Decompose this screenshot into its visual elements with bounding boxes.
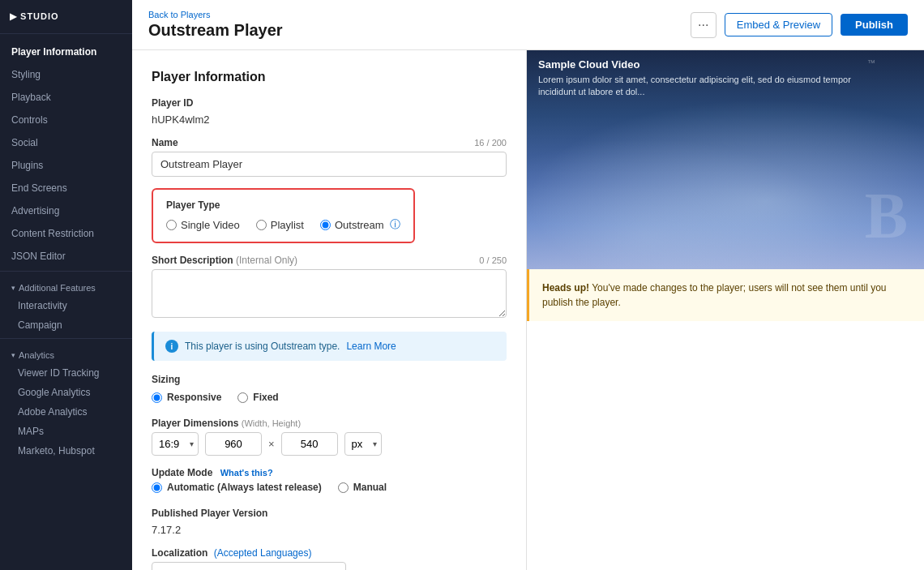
automatic-radio[interactable] [152, 482, 162, 493]
sidebar-item-viewer-id-tracking[interactable]: Viewer ID Tracking [0, 363, 132, 383]
sidebar-item-plugins[interactable]: Plugins [0, 154, 132, 177]
single-video-radio[interactable] [166, 220, 177, 230]
warning-banner: Heads up! You've made changes to the pla… [527, 269, 924, 321]
dimension-x-separator: × [268, 438, 275, 450]
automatic-label: Automatic (Always latest release) [167, 482, 322, 493]
sidebar-logo: ▶ STUDIO [10, 11, 122, 22]
chevron-down-icon-2: ▾ [11, 351, 15, 359]
sidebar-item-advertising[interactable]: Advertising [0, 199, 132, 222]
info-banner: i This player is using Outstream type. L… [152, 332, 507, 361]
update-manual[interactable]: Manual [338, 482, 387, 493]
name-char-count: 16 / 200 [474, 138, 507, 148]
short-description-label: Short Description (Internal Only) 0 / 25… [152, 255, 507, 266]
short-description-group: Short Description (Internal Only) 0 / 25… [152, 255, 507, 320]
localization-label: Localization (Accepted Languages) [152, 547, 507, 559]
manual-label: Manual [353, 482, 387, 493]
unit-select[interactable]: px [344, 432, 382, 456]
publish-button[interactable]: Publish [841, 14, 908, 36]
sidebar: ▶ STUDIO Player Information Styling Play… [0, 0, 132, 570]
sidebar-item-player-information[interactable]: Player Information [0, 41, 132, 63]
brand-letter: B [865, 179, 908, 253]
back-to-players-link[interactable]: Back to Players [148, 10, 283, 19]
more-options-button[interactable]: ··· [691, 12, 717, 38]
sizing-label: Sizing [152, 374, 507, 385]
update-mode-group: Update Mode What's this? Automatic (Alwa… [152, 467, 507, 496]
header: Back to Players Outstream Player ··· Emb… [132, 0, 924, 50]
player-id-value: hUPK4wlm2 [152, 114, 507, 126]
player-id-group: Player ID hUPK4wlm2 [152, 97, 507, 126]
sidebar-item-interactivity[interactable]: Interactivity [0, 296, 132, 315]
manual-radio[interactable] [338, 482, 349, 493]
player-type-outstream[interactable]: Outstream ⓘ [320, 217, 400, 232]
info-banner-text: This player is using Outstream type. [185, 341, 340, 352]
main: Back to Players Outstream Player ··· Emb… [132, 0, 924, 570]
name-label: Name 16 / 200 [152, 137, 507, 148]
sizing-radio-group: Responsive Fixed [152, 392, 507, 406]
body-area: Player Information Player ID hUPK4wlm2 N… [132, 50, 924, 570]
fixed-radio[interactable] [237, 392, 248, 403]
form-section-title: Player Information [152, 70, 507, 84]
what-is-this-link[interactable]: What's this? [220, 468, 273, 478]
tm-mark: ™ [867, 58, 875, 67]
divider-2 [0, 338, 132, 339]
name-group: Name 16 / 200 [152, 137, 507, 177]
short-description-char-count: 0 / 250 [479, 255, 507, 265]
responsive-radio[interactable] [152, 392, 162, 403]
sidebar-item-end-screens[interactable]: End Screens [0, 177, 132, 199]
localization-input[interactable] [152, 562, 346, 570]
video-title-text: Sample Cloud Video [538, 58, 913, 71]
dimensions-label: Player Dimensions (Width, Height) [152, 418, 507, 429]
video-desc-text: Lorem ipsum dolor sit amet, consectetur … [538, 74, 879, 99]
aspect-ratio-select[interactable]: 16:9 [152, 432, 199, 456]
accepted-languages-link[interactable]: (Accepted Languages) [214, 547, 312, 559]
responsive-label: Responsive [167, 392, 221, 403]
sidebar-nav: Player Information Styling Playback Cont… [0, 34, 132, 570]
player-type-label: Player Type [166, 199, 400, 211]
sidebar-item-maps[interactable]: MAPs [0, 422, 132, 441]
warning-title: Heads up! [542, 282, 589, 294]
short-description-input[interactable] [152, 269, 507, 318]
sizing-responsive[interactable]: Responsive [152, 392, 221, 403]
sidebar-item-campaign[interactable]: Campaign [0, 315, 132, 335]
sidebar-section-additional-features[interactable]: ▾ Additional Features [0, 275, 132, 296]
sizing-fixed[interactable]: Fixed [237, 392, 278, 403]
player-type-single-video[interactable]: Single Video [166, 219, 240, 231]
name-input[interactable] [152, 152, 507, 177]
sidebar-item-marketo-hubspot[interactable]: Marketo, Hubspot [0, 441, 132, 461]
sidebar-section-analytics[interactable]: ▾ Analytics [0, 342, 132, 363]
info-icon: i [165, 340, 178, 353]
dimensions-row: 16:9 × px [152, 432, 507, 456]
learn-more-link[interactable]: Learn More [346, 341, 396, 352]
update-automatic[interactable]: Automatic (Always latest release) [152, 482, 322, 493]
playlist-radio[interactable] [256, 220, 267, 230]
player-id-label: Player ID [152, 97, 507, 109]
outstream-radio[interactable] [320, 220, 331, 230]
header-right: ··· Embed & Preview Publish [691, 12, 908, 38]
header-left: Back to Players Outstream Player [148, 10, 283, 40]
update-mode-label: Update Mode What's this? [152, 467, 507, 478]
analytics-label: Analytics [19, 350, 54, 360]
sidebar-item-styling[interactable]: Styling [0, 63, 132, 86]
form-panel: Player Information Player ID hUPK4wlm2 N… [132, 50, 527, 570]
sidebar-item-google-analytics[interactable]: Google Analytics [0, 383, 132, 402]
warning-body: You've made changes to the player; users… [542, 282, 887, 308]
width-input[interactable] [205, 432, 262, 456]
sidebar-item-adobe-analytics[interactable]: Adobe Analytics [0, 402, 132, 422]
published-version-value: 7.17.2 [152, 524, 507, 536]
aspect-ratio-wrap: 16:9 [152, 432, 199, 456]
page-title: Outstream Player [148, 21, 283, 40]
sidebar-item-controls[interactable]: Controls [0, 109, 132, 131]
sidebar-item-playback[interactable]: Playback [0, 86, 132, 109]
embed-preview-button[interactable]: Embed & Preview [725, 13, 832, 36]
chevron-down-icon: ▾ [11, 284, 15, 292]
playlist-label: Playlist [271, 219, 304, 231]
sidebar-item-json-editor[interactable]: JSON Editor [0, 245, 132, 268]
sizing-group: Sizing Responsive Fixed [152, 374, 507, 406]
player-type-playlist[interactable]: Playlist [256, 219, 304, 231]
height-input[interactable] [281, 432, 338, 456]
localization-group: Localization (Accepted Languages) Includ… [152, 547, 507, 570]
sidebar-item-content-restriction[interactable]: Content Restriction [0, 222, 132, 245]
sidebar-top: ▶ STUDIO [0, 0, 132, 34]
published-version-group: Published Player Version 7.17.2 [152, 508, 507, 536]
sidebar-item-social[interactable]: Social [0, 131, 132, 154]
